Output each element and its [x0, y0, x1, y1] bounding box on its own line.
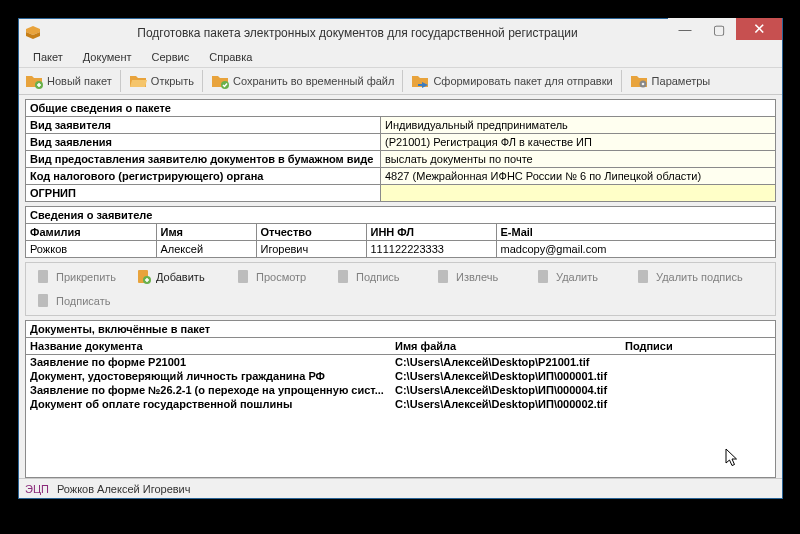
toolbar-save-temp-label: Сохранить во временный файл [233, 75, 394, 87]
doc-sign-cell [621, 397, 775, 411]
kod-nalog-value[interactable]: 4827 (Межрайонная ИФНС России № 6 по Лип… [381, 168, 775, 184]
doclist-body: Заявление по форме Р21001C:\Users\Алексе… [26, 355, 775, 411]
col-inn: ИНН ФЛ [366, 224, 496, 241]
cell-otchestvo: Игоревич [256, 241, 366, 258]
doclist-row[interactable]: Заявление по форме Р21001C:\Users\Алексе… [26, 355, 775, 369]
delete-sign-icon [634, 268, 652, 286]
app-icon [25, 25, 41, 41]
svg-rect-10 [538, 270, 548, 283]
separator [402, 70, 403, 92]
document-list-panel: Документы, включённые в пакет Название д… [25, 320, 776, 478]
toolbar-open-label: Открыть [151, 75, 194, 87]
svg-rect-12 [38, 294, 48, 307]
signit-icon [34, 292, 52, 310]
doc-file-cell: C:\Users\Алексей\Desktop\ИП\000004.tif [391, 383, 621, 397]
applicant-row[interactable]: Рожков Алексей Игоревич 111122223333 mad… [26, 241, 775, 258]
menu-servis[interactable]: Сервис [142, 49, 200, 65]
doclist-row[interactable]: Документ, удостоверяющий личность гражда… [26, 369, 775, 383]
applicant-header: Сведения о заявителе [26, 207, 775, 224]
sign-icon [334, 268, 352, 286]
content-area: Общие сведения о пакете Вид заявителяИнд… [19, 95, 782, 478]
action-add[interactable]: Добавить [130, 265, 230, 289]
window-controls: — ▢ ✕ [668, 19, 782, 47]
document-actions: Прикрепить Добавить Просмотр Подпись Изв… [25, 262, 776, 316]
doclist-row[interactable]: Заявление по форме №26.2-1 (о переходе н… [26, 383, 775, 397]
col-imya: Имя [156, 224, 256, 241]
col-signatures: Подписи [621, 338, 775, 354]
cell-email: madcopy@gmail.com [496, 241, 775, 258]
minimize-button[interactable]: — [668, 18, 702, 40]
status-user: Рожков Алексей Игоревич [57, 483, 191, 495]
menu-dokument[interactable]: Документ [73, 49, 142, 65]
svg-rect-9 [438, 270, 448, 283]
kod-nalog-label: Код налогового (регистрирующего) органа [26, 168, 381, 184]
doclist-columns: Название документа Имя файла Подписи [26, 338, 775, 355]
delete-icon [534, 268, 552, 286]
gear-folder-icon [630, 72, 648, 90]
applicant-panel: Сведения о заявителе Фамилия Имя Отчеств… [25, 206, 776, 258]
svg-rect-4 [38, 270, 48, 283]
svg-point-3 [641, 83, 644, 86]
doclist-header: Документы, включённые в пакет [26, 321, 775, 338]
toolbar-save-temp[interactable]: Сохранить во временный файл [209, 70, 396, 92]
cell-inn: 111122223333 [366, 241, 496, 258]
general-header: Общие сведения о пакете [26, 100, 775, 117]
status-ecp[interactable]: ЭЦП [25, 483, 49, 495]
vid-zayavitelya-value[interactable]: Индивидуальный предприниматель [381, 117, 775, 133]
action-delete-sign: Удалить подпись [630, 265, 750, 289]
action-view: Просмотр [230, 265, 330, 289]
action-delete: Удалить [530, 265, 630, 289]
toolbar: Новый пакет Открыть Сохранить во временн… [19, 68, 782, 95]
toolbar-form-label: Сформировать пакет для отправки [433, 75, 612, 87]
action-extract: Извлечь [430, 265, 530, 289]
ogrnip-value[interactable] [381, 185, 775, 201]
cell-imya: Алексей [156, 241, 256, 258]
doc-name-cell: Документ, удостоверяющий личность гражда… [26, 369, 391, 383]
toolbar-params[interactable]: Параметры [628, 70, 713, 92]
col-familia: Фамилия [26, 224, 156, 241]
view-icon [234, 268, 252, 286]
attach-icon [34, 268, 52, 286]
svg-rect-11 [638, 270, 648, 283]
window-title: Подготовка пакета электронных документов… [47, 26, 668, 40]
statusbar: ЭЦП Рожков Алексей Игоревич [19, 478, 782, 498]
doc-file-cell: C:\Users\Алексей\Desktop\ИП\000002.tif [391, 397, 621, 411]
toolbar-new-label: Новый пакет [47, 75, 112, 87]
doc-sign-cell [621, 383, 775, 397]
svg-rect-7 [238, 270, 248, 283]
toolbar-params-label: Параметры [652, 75, 711, 87]
doclist-row[interactable]: Документ об оплате государственной пошли… [26, 397, 775, 411]
col-email: E-Mail [496, 224, 775, 241]
vid-zayavleniya-value[interactable]: (Р21001) Регистрация ФЛ в качестве ИП [381, 134, 775, 150]
toolbar-open[interactable]: Открыть [127, 70, 196, 92]
action-sign: Подпись [330, 265, 430, 289]
menubar: Пакет Документ Сервис Справка [19, 47, 782, 68]
folder-new-icon [25, 72, 43, 90]
general-info-panel: Общие сведения о пакете Вид заявителяИнд… [25, 99, 776, 202]
separator [202, 70, 203, 92]
vid-zayavitelya-label: Вид заявителя [26, 117, 381, 133]
doc-sign-cell [621, 355, 775, 369]
menu-paket[interactable]: Пакет [23, 49, 73, 65]
maximize-button[interactable]: ▢ [702, 18, 736, 40]
app-window: Подготовка пакета электронных документов… [18, 18, 783, 499]
col-filename: Имя файла [391, 338, 621, 354]
doc-sign-cell [621, 369, 775, 383]
vid-predost-value[interactable]: выслать документы по почте [381, 151, 775, 167]
toolbar-new-package[interactable]: Новый пакет [23, 70, 114, 92]
action-signit: Подписать [30, 289, 130, 313]
folder-send-icon [411, 72, 429, 90]
save-temp-icon [211, 72, 229, 90]
svg-rect-8 [338, 270, 348, 283]
ogrnip-label: ОГРНИП [26, 185, 381, 201]
titlebar: Подготовка пакета электронных документов… [19, 19, 782, 47]
toolbar-form-package[interactable]: Сформировать пакет для отправки [409, 70, 614, 92]
menu-spravka[interactable]: Справка [199, 49, 262, 65]
doc-file-cell: C:\Users\Алексей\Desktop\ИП\000001.tif [391, 369, 621, 383]
col-docname: Название документа [26, 338, 391, 354]
doc-file-cell: C:\Users\Алексей\Desktop\Р21001.tif [391, 355, 621, 369]
close-button[interactable]: ✕ [736, 18, 782, 40]
vid-zayavleniya-label: Вид заявления [26, 134, 381, 150]
separator [120, 70, 121, 92]
cell-familia: Рожков [26, 241, 156, 258]
